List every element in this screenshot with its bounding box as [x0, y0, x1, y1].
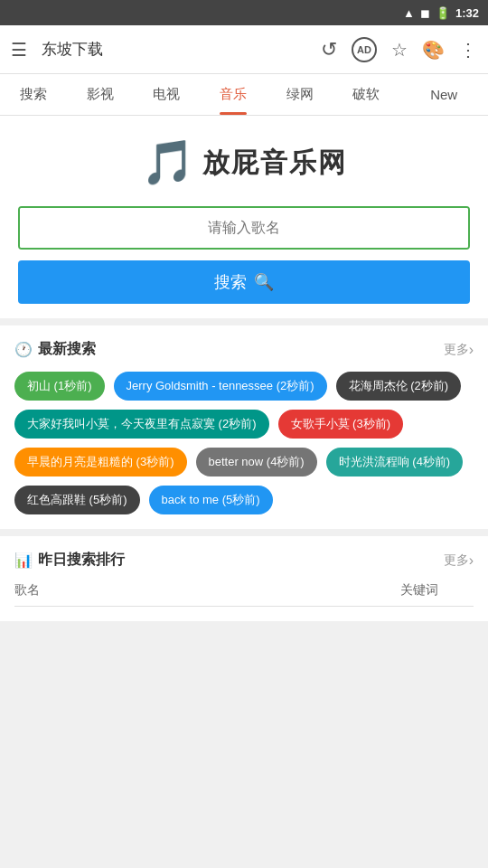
tab-crack[interactable]: 破软 — [333, 74, 400, 115]
ad-icon[interactable]: AD — [352, 37, 377, 62]
tag-item[interactable]: 初山 (1秒前) — [14, 372, 105, 401]
tab-movie[interactable]: 影视 — [67, 74, 134, 115]
star-icon[interactable]: ☆ — [391, 39, 408, 61]
more-icon[interactable]: ⋮ — [459, 39, 477, 61]
tag-item[interactable]: 女歌手小莫 (3秒前) — [278, 410, 404, 439]
tab-music[interactable]: 音乐 — [200, 74, 267, 115]
tag-item[interactable]: 大家好我叫小莫，今天夜里有点寂寞 (2秒前) — [14, 410, 269, 439]
logo-section: 🎵 放屁音乐网 — [0, 116, 488, 206]
nav-tabs: 搜索 影视 电视 音乐 绿网 破软 New — [0, 74, 488, 116]
refresh-icon[interactable]: ↺ — [321, 38, 337, 61]
tab-tv[interactable]: 电视 — [133, 74, 200, 115]
status-bar: ▲ ◼ 🔋 1:32 — [0, 0, 488, 25]
tag-item[interactable]: 花海周杰伦 (2秒前) — [336, 372, 462, 401]
search-input[interactable] — [20, 208, 468, 248]
main-content: 🎵 放屁音乐网 搜索 🔍 🕐 最新搜索 更多 初山 (1秒前) Jerry Go… — [0, 116, 488, 646]
search-button-icon: 🔍 — [254, 272, 274, 292]
wifi-icon: ▲ — [403, 6, 415, 20]
toolbar: ☰ 东坡下载 ↺ AD ☆ 🎨 ⋮ — [0, 25, 488, 74]
search-button[interactable]: 搜索 🔍 — [18, 260, 470, 304]
ranking-header: 📊 昨日搜索排行 更多 — [14, 551, 474, 570]
tag-item[interactable]: better now (4秒前) — [196, 448, 317, 476]
tag-item[interactable]: back to me (5秒前) — [149, 486, 273, 514]
ranking-title: 📊 昨日搜索排行 — [14, 551, 125, 570]
recent-searches-header: 🕐 最新搜索 更多 — [14, 340, 474, 359]
tag-item[interactable]: 红色高跟鞋 (5秒前) — [14, 486, 140, 514]
recent-searches-more[interactable]: 更多 — [444, 342, 474, 358]
search-button-label: 搜索 — [214, 271, 247, 293]
ranking-table-header: 歌名 关键词 — [14, 582, 474, 607]
tag-item[interactable]: 时光洪流程响 (4秒前) — [326, 448, 464, 476]
chart-icon: 📊 — [14, 552, 33, 569]
status-time: 1:32 — [455, 6, 479, 20]
logo-icon: 🎵 — [141, 137, 195, 188]
signal-icon: ◼ — [420, 6, 430, 20]
tag-item[interactable]: 早晨的月亮是粗糙的 (3秒前) — [14, 448, 187, 476]
history-icon: 🕐 — [14, 341, 33, 358]
palette-icon[interactable]: 🎨 — [422, 39, 445, 61]
search-section: 搜索 🔍 — [0, 206, 488, 318]
ranking-col-lyric: 关键词 — [365, 582, 474, 599]
tab-greennet[interactable]: 绿网 — [267, 74, 333, 115]
ranking-card: 📊 昨日搜索排行 更多 歌名 关键词 — [0, 536, 488, 621]
tab-new[interactable]: New — [399, 74, 488, 115]
menu-icon[interactable]: ☰ — [11, 39, 27, 61]
tab-search[interactable]: 搜索 — [0, 74, 67, 115]
recent-searches-title: 🕐 最新搜索 — [14, 340, 96, 359]
ranking-col-name: 歌名 — [14, 582, 365, 599]
search-input-wrapper — [18, 206, 470, 250]
logo-text: 放屁音乐网 — [202, 145, 347, 182]
recent-searches-card: 🕐 最新搜索 更多 初山 (1秒前) Jerry Goldsmith - ten… — [0, 326, 488, 529]
tags-container: 初山 (1秒前) Jerry Goldsmith - tennessee (2秒… — [14, 372, 474, 514]
battery-icon: 🔋 — [436, 6, 450, 20]
ranking-more[interactable]: 更多 — [444, 552, 474, 569]
toolbar-title: 东坡下载 — [42, 39, 306, 60]
tag-item[interactable]: Jerry Goldsmith - tennessee (2秒前) — [114, 372, 327, 401]
